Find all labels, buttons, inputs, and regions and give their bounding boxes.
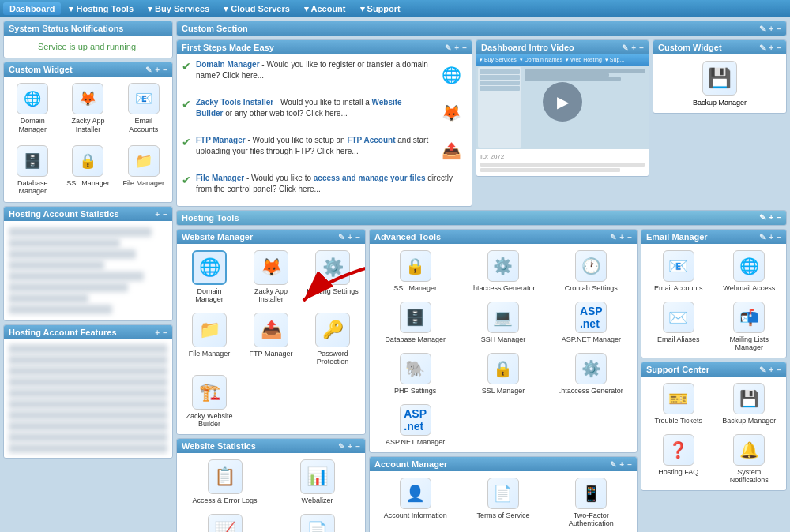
sc-backup-manager[interactable]: 💾 Backup Manager (716, 380, 784, 428)
at-aspnet-manager-2[interactable]: ASP.net ASP.NET Manager (373, 401, 457, 449)
plus-icon-feat[interactable]: + (155, 328, 160, 337)
ws-webalizer[interactable]: 📊 Webalizer (273, 456, 362, 508)
wm-hosting-settings[interactable]: ⚙️ Hosting Settings (303, 247, 362, 306)
wm-password-protection[interactable]: 🔑 Password Protection (303, 309, 362, 369)
checkmark-icon-2: ✔ (182, 98, 191, 111)
em-webmail-access[interactable]: 🌐 Webmail Access (716, 247, 784, 295)
at-ssl-manager[interactable]: 🔒 SSL Manager (373, 247, 457, 295)
pencil-icon-am[interactable]: ✎ (610, 460, 616, 469)
minus-icon-em[interactable]: − (777, 233, 781, 242)
wm-domain-manager[interactable]: 🌐 Domain Manager (180, 247, 239, 306)
plus-icon-wm[interactable]: + (348, 233, 352, 242)
plus-icon-at[interactable]: + (619, 233, 624, 242)
at-php-settings[interactable]: 🐘 PHP Settings (373, 350, 457, 398)
nav-cloud-servers[interactable]: ▾ Cloud Servers (217, 2, 296, 16)
step-domain-manager: ✔ Domain Manager - Would you like to reg… (182, 59, 467, 91)
plus-icon-cwr[interactable]: + (769, 43, 773, 52)
wm-zacky-installer[interactable]: 🦊 Zacky App Installer (242, 247, 300, 306)
am-terms-of-service[interactable]: 📄 Terms of Service (461, 474, 545, 530)
cw-domain-manager[interactable]: 🌐 Domain Manager (7, 80, 58, 137)
step-zacky-installer: ✔ Zacky Tools Installer - Would you like… (182, 97, 467, 129)
plus-icon-stats[interactable]: + (155, 210, 160, 219)
minus-icon-sc[interactable]: − (777, 365, 781, 374)
plus-icon[interactable]: + (155, 66, 160, 74)
sc-system-notifications[interactable]: 🔔 System Notifications (716, 431, 784, 487)
pencil-icon-cwr[interactable]: ✎ (759, 43, 766, 52)
pencil-icon-ws[interactable]: ✎ (338, 442, 344, 451)
plus-icon-em[interactable]: + (769, 233, 773, 242)
am-two-factor-auth[interactable]: 📱 Two-Factor Authentication (549, 474, 634, 530)
at-ssl-manager-2[interactable]: 🔒 SSL Manager (461, 350, 545, 398)
wm-ftp-manager[interactable]: 📤 FTP Manager (242, 309, 300, 369)
intro-video-header: Dashboard Intro Video ✎ + − (476, 40, 649, 54)
plus-icon-fs[interactable]: + (454, 43, 459, 52)
pencil-icon-ht[interactable]: ✎ (759, 213, 766, 223)
video-play-button[interactable]: ▶ (543, 82, 582, 122)
em-email-aliases[interactable]: ✉️ Email Aliases (645, 298, 713, 354)
nav-buy-services[interactable]: ▾ Buy Services (141, 2, 216, 16)
nav-support[interactable]: ▾ Support (354, 2, 407, 16)
minus-icon-feat[interactable]: − (163, 328, 167, 337)
wm-file-manager[interactable]: 📁 File Manager (180, 309, 239, 369)
plus-icon-am[interactable]: + (619, 460, 624, 469)
pencil-icon-v[interactable]: ✎ (622, 43, 628, 52)
hosting-tools-title: Hosting Tools (182, 213, 239, 223)
at-database-manager[interactable]: 🗄️ Database Manager (373, 298, 457, 347)
plus-icon-ht[interactable]: + (769, 213, 773, 223)
at-htaccess-generator[interactable]: ⚙️ .htaccess Generator (461, 247, 545, 295)
plus-icon-ws[interactable]: + (348, 442, 352, 451)
cw-zacky-installer[interactable]: 🦊 Zacky App Installer (62, 80, 113, 137)
backup-manager-icon[interactable]: 💾 (702, 61, 737, 96)
plus-icon-cs[interactable]: + (769, 24, 773, 33)
at-aspnet-manager-1[interactable]: ASP.net ASP.NET Manager (549, 298, 634, 347)
em-mailing-lists[interactable]: 📬 Mailing Lists Manager (716, 298, 784, 354)
plus-icon-v[interactable]: + (631, 43, 636, 52)
at-ssh-manager[interactable]: 💻 SSH Manager (461, 298, 545, 347)
cw-ssl-manager[interactable]: 🔒 SSL Manager (62, 142, 113, 200)
at-htaccess-generator-2[interactable]: ⚙️ .htaccess Generator (549, 350, 634, 398)
minus-icon[interactable]: − (163, 66, 167, 74)
pencil-icon-em[interactable]: ✎ (759, 233, 766, 242)
ws-traffic-statistics[interactable]: 📈 Traffic Statistics (180, 511, 269, 532)
first-steps-header: First Steps Made Easy ✎ + − (177, 40, 472, 54)
minus-icon-am[interactable]: − (627, 460, 632, 469)
minus-icon-fs[interactable]: − (462, 43, 467, 52)
at-crontab-settings[interactable]: 🕐 Crontab Settings (549, 247, 634, 295)
sc-trouble-tickets[interactable]: 🎫 Trouble Tickets (645, 380, 713, 428)
minus-icon-stats[interactable]: − (163, 210, 167, 219)
pencil-icon-cs[interactable]: ✎ (759, 24, 766, 33)
hosting-stats-panel: Hosting Account Statistics + − (3, 206, 173, 321)
minus-icon-cwr[interactable]: − (777, 43, 781, 52)
video-preview[interactable]: ▾ Buy Services ▾ Domain Names ▾ Web Host… (476, 54, 649, 149)
pencil-icon-wm[interactable]: ✎ (338, 233, 344, 242)
pencil-icon-sc[interactable]: ✎ (759, 365, 766, 374)
custom-widget-left-header: Custom Widget ✎ + − (4, 62, 172, 77)
minus-icon-ws[interactable]: − (356, 442, 360, 451)
top-navigation: Dashboard ▾ Hosting Tools ▾ Buy Services… (0, 0, 790, 17)
am-account-info[interactable]: 👤 Account Information (373, 474, 457, 530)
minus-icon-ht[interactable]: − (777, 213, 781, 223)
website-manager-panel: Website Manager ✎ + − 🌐 Domain Manager (176, 229, 366, 435)
cw-database-manager[interactable]: 🗄️ Database Manager (7, 142, 58, 200)
cw-email-accounts[interactable]: 📧 Email Accounts (118, 80, 169, 137)
wm-website-builder[interactable]: 🏗️ Zacky Website Builder (180, 372, 239, 431)
advanced-tools-header: Advanced Tools ✎ + − (370, 230, 637, 244)
minus-icon-wm[interactable]: − (356, 233, 360, 242)
minus-icon-cs[interactable]: − (777, 24, 781, 33)
minus-icon-at[interactable]: − (627, 233, 632, 242)
ws-access-error-logs[interactable]: 📋 Access & Error Logs (180, 456, 269, 508)
em-email-accounts[interactable]: 📧 Email Accounts (645, 247, 713, 295)
pencil-icon-at[interactable]: ✎ (610, 233, 616, 242)
nav-hosting-tools[interactable]: ▾ Hosting Tools (62, 2, 140, 16)
website-statistics-grid: 📋 Access & Error Logs 📊 Webalizer 📈 Traf… (177, 453, 365, 532)
nav-dashboard[interactable]: Dashboard (3, 2, 61, 15)
ws-usage-reports[interactable]: 📄 Usage Reports (273, 511, 362, 532)
custom-widget-right-body: 💾 Backup Manager (653, 54, 786, 113)
sc-hosting-faq[interactable]: ❓ Hosting FAQ (645, 431, 713, 487)
pencil-icon-fs[interactable]: ✎ (445, 43, 451, 52)
nav-account[interactable]: ▾ Account (298, 2, 352, 16)
plus-icon-sc[interactable]: + (769, 365, 773, 374)
minus-icon-v[interactable]: − (639, 43, 644, 52)
cw-file-manager[interactable]: 📁 File Manager (118, 142, 169, 200)
pencil-icon[interactable]: ✎ (145, 66, 152, 74)
